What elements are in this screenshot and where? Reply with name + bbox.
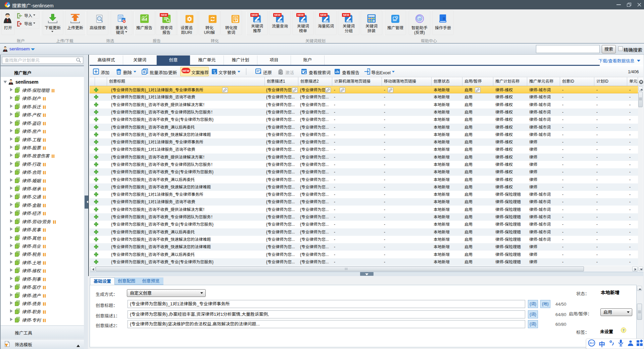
svg-text:NEW: NEW <box>183 69 190 73</box>
svg-text:?: ? <box>623 328 625 332</box>
svg-text:T: T <box>213 70 215 74</box>
svg-text:iFLY: iFLY <box>589 342 594 344</box>
